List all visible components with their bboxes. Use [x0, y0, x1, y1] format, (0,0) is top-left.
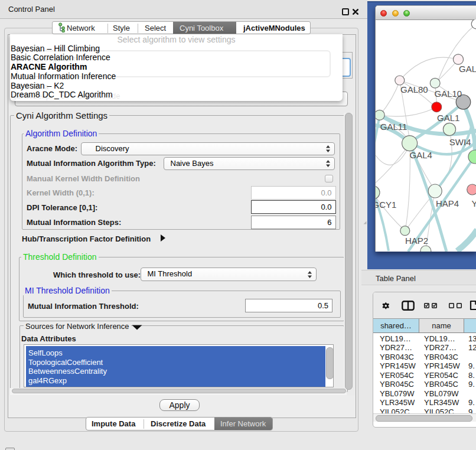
svg-text:HAP2: HAP2 — [405, 236, 428, 246]
svg-text:GAL1: GAL1 — [437, 113, 459, 123]
svg-text:SWI4: SWI4 — [449, 137, 471, 147]
svg-text:GAL80: GAL80 — [400, 84, 428, 94]
svg-text:GCY1: GCY1 — [376, 200, 396, 210]
svg-text:GAL10: GAL10 — [435, 89, 462, 99]
svg-text:HAP4: HAP4 — [436, 198, 459, 208]
svg-text:Y: Y — [472, 198, 476, 208]
svg-text:GAL11: GAL11 — [380, 122, 407, 132]
svg-text:GAL: GAL — [459, 64, 476, 74]
svg-text:GAL4: GAL4 — [410, 150, 432, 160]
